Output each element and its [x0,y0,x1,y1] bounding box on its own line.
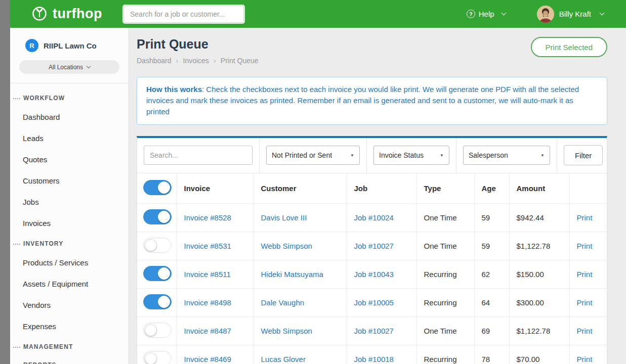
section-dashes-icon [13,244,20,245]
invoice-amount: $1,122.78 [509,317,569,345]
print-link[interactable]: Print [577,242,593,250]
sidebar-item-vendors[interactable]: Vendors [10,295,129,316]
help-label: Help [479,10,494,18]
select-all-toggle[interactable] [143,180,172,195]
print-link[interactable]: Print [577,327,593,335]
job-link[interactable]: Job #10024 [354,213,394,222]
sidebar-item-expenses[interactable]: Expenses [10,316,129,337]
invoice-select-toggle[interactable] [143,238,172,253]
invoice-select-toggle[interactable] [143,351,172,364]
sidebar-item-customers[interactable]: Customers [10,170,129,192]
sidebar-item-assets-equipment[interactable]: Assets / Equipment [10,274,129,295]
printed-status-value: Not Printed or Sent [272,151,332,159]
invoice-status-select[interactable]: Invoice Status ▼ [373,146,449,165]
table-row: Invoice #8531 Webb Simpson Job #10027 On… [137,232,608,260]
invoice-select-toggle[interactable] [143,266,172,281]
caret-down-icon: ▼ [350,153,354,158]
invoice-amount: $942.44 [509,204,569,232]
nav-section-workflow: WORKFLOW [10,88,129,107]
print-link[interactable]: Print [577,298,593,307]
breadcrumb-dashboard[interactable]: Dashboard [137,57,172,65]
col-header-actions [569,173,608,204]
table-row: Invoice #8511 Hideki Matsuyama Job #1004… [137,260,608,289]
app-body: R RIIPL Lawn Co All Locations WORKFLOW D… [10,28,626,364]
sidebar-item-quotes[interactable]: Quotes [10,149,129,170]
customer-link[interactable]: Lucas Glover [261,355,306,363]
invoice-type: One Time [416,232,474,260]
invoice-select-toggle[interactable] [143,294,172,309]
customer-link[interactable]: Dale Vaughn [261,298,305,307]
salesperson-select[interactable]: Salesperson ▼ [463,146,550,165]
location-selector[interactable]: All Locations [19,60,119,74]
nav-section-inventory: INVENTORY [10,234,129,252]
global-search-input[interactable] [123,6,244,23]
invoice-link[interactable]: Invoice #8531 [184,242,231,250]
toggle-knob [158,181,170,194]
table-row: Invoice #8528 Davis Love III Job #10024 … [137,204,608,232]
section-dashes-icon [13,98,20,99]
filter-salesperson-cell: Salesperson ▼ [456,138,557,173]
customer-link[interactable]: Davis Love III [261,213,307,222]
main-content: Print Queue Dashboard › Invoices › Print… [129,28,626,364]
printed-status-select[interactable]: Not Printed or Sent ▼ [266,146,360,165]
customer-link[interactable]: Webb Simpson [261,242,312,250]
invoices-table: Invoice Customer Job Type Age Amount [137,173,608,364]
toggle-knob [158,267,170,280]
how-it-works-info: How this works: Check the checkboxes nex… [137,77,607,125]
nav-section-label: INVENTORY [23,240,63,248]
invoice-select-toggle[interactable] [143,209,172,224]
invoice-select-toggle[interactable] [143,323,172,338]
invoice-link[interactable]: Invoice #8487 [184,327,231,335]
invoice-link[interactable]: Invoice #8469 [184,355,231,363]
table-search-input[interactable] [144,146,253,165]
app-window: turfhop ? Help [10,0,626,364]
sidebar-item-invoices[interactable]: Invoices [10,213,129,234]
print-selected-button[interactable]: Print Selected [531,37,607,57]
user-name: Billy Kraft [559,10,591,18]
help-menu[interactable]: ? Help [467,10,506,18]
user-menu[interactable]: Billy Kraft [537,6,604,23]
invoice-link[interactable]: Invoice #8498 [184,298,231,307]
salesperson-value: Salesperson [469,151,508,159]
company-name: RIIPL Lawn Co [44,41,97,50]
invoice-status-value: Invoice Status [379,151,424,159]
chevron-down-icon [600,11,605,16]
chevron-right-icon: › [214,56,216,65]
job-link[interactable]: Job #10027 [354,242,394,250]
brand-logo[interactable]: turfhop [30,4,102,24]
invoice-age: 59 [474,204,509,232]
section-dashes-icon [13,347,20,348]
job-link[interactable]: Job #10018 [354,355,394,363]
invoice-link[interactable]: Invoice #8511 [184,270,231,279]
sidebar-item-dashboard[interactable]: Dashboard [10,107,129,128]
customer-link[interactable]: Webb Simpson [261,327,312,335]
filter-printed-cell: Not Printed or Sent ▼ [260,138,367,173]
nav-section-label: WORKFLOW [23,95,65,102]
toggle-knob [145,352,157,364]
print-link[interactable]: Print [577,355,593,363]
nav-section-label: MANAGEMENT [23,343,73,351]
company-header[interactable]: R RIIPL Lawn Co [10,28,129,59]
col-header-customer: Customer [254,173,347,204]
col-header-invoice: Invoice [177,173,254,204]
job-link[interactable]: Job #10043 [354,270,394,279]
col-header-amount: Amount [509,173,569,204]
invoice-type: Recurring [416,289,474,317]
table-header-row: Invoice Customer Job Type Age Amount [137,173,608,204]
print-link[interactable]: Print [577,213,593,222]
invoice-age: 69 [474,317,509,345]
job-link[interactable]: Job #10027 [354,327,394,335]
customer-link[interactable]: Hideki Matsuyama [261,270,323,279]
table-row: Invoice #8487 Webb Simpson Job #10027 On… [137,317,608,345]
invoice-link[interactable]: Invoice #8528 [184,213,231,222]
invoice-amount: $70.00 [509,345,569,364]
left-gutter [0,0,10,364]
job-link[interactable]: Job #10005 [354,298,394,307]
breadcrumb-invoices[interactable]: Invoices [183,57,209,65]
sidebar-item-leads[interactable]: Leads [10,128,129,149]
sidebar-item-products-services[interactable]: Products / Services [10,252,129,274]
print-link[interactable]: Print [577,270,593,279]
sidebar-item-jobs[interactable]: Jobs [10,192,129,213]
filter-button[interactable]: Filter [564,145,603,165]
invoice-age: 62 [474,260,509,289]
